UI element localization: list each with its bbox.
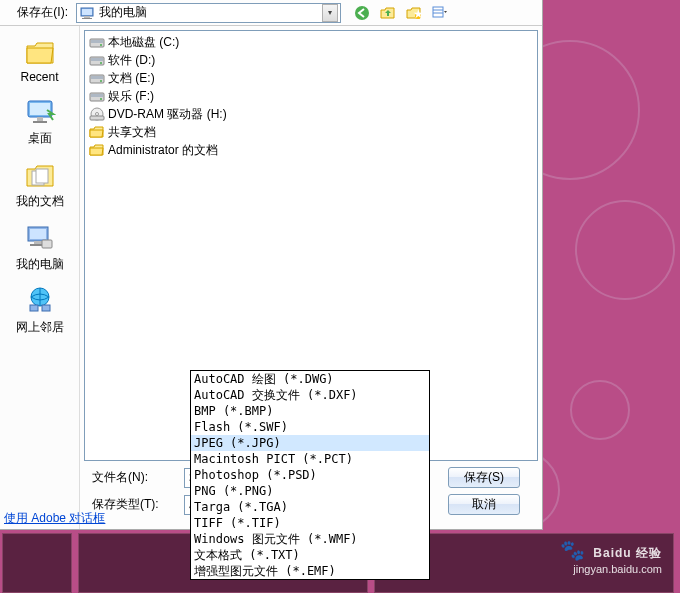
dropdown-option[interactable]: Macintosh PICT (*.PCT) bbox=[191, 451, 429, 467]
svg-rect-18 bbox=[34, 241, 42, 244]
dropdown-option[interactable]: JPEG (*.JPG) bbox=[191, 435, 429, 451]
svg-rect-25 bbox=[91, 40, 103, 43]
list-item[interactable]: 本地磁盘 (C:) bbox=[87, 33, 535, 51]
save-in-label: 保存在(I): bbox=[4, 4, 72, 21]
svg-rect-3 bbox=[82, 18, 92, 19]
dropdown-option[interactable]: TIFF (*.TIF) bbox=[191, 515, 429, 531]
save-in-value: 我的电脑 bbox=[99, 4, 322, 21]
svg-rect-28 bbox=[91, 58, 103, 61]
list-item-label: 共享文档 bbox=[108, 124, 156, 141]
new-folder-button[interactable]: ★ bbox=[403, 3, 425, 23]
svg-point-29 bbox=[100, 62, 102, 64]
dropdown-option[interactable]: AutoCAD 绘图 (*.DWG) bbox=[191, 371, 429, 387]
toolbar-icons: ★ bbox=[351, 3, 451, 23]
dropdown-option[interactable]: BMP (*.BMP) bbox=[191, 403, 429, 419]
svg-text:★: ★ bbox=[413, 7, 423, 21]
svg-point-4 bbox=[355, 6, 369, 20]
dropdown-option[interactable]: 增强型图元文件 (*.EMF) bbox=[191, 563, 429, 579]
list-item[interactable]: 软件 (D:) bbox=[87, 51, 535, 69]
back-button[interactable] bbox=[351, 3, 373, 23]
svg-point-32 bbox=[100, 80, 102, 82]
cancel-button[interactable]: 取消 bbox=[448, 494, 520, 515]
list-item[interactable]: 娱乐 (F:) bbox=[87, 87, 535, 105]
sidebar-item-recent[interactable]: Recent bbox=[0, 30, 79, 90]
new-folder-icon: ★ bbox=[406, 5, 422, 21]
list-item-label: 软件 (D:) bbox=[108, 52, 155, 69]
dropdown-option[interactable]: PNG (*.PNG) bbox=[191, 483, 429, 499]
top-row: 保存在(I): 我的电脑 ▾ ★ bbox=[0, 0, 542, 26]
list-item-label: DVD-RAM 驱动器 (H:) bbox=[108, 106, 227, 123]
desktop-icon bbox=[24, 96, 56, 128]
view-menu-button[interactable] bbox=[429, 3, 451, 23]
svg-rect-1 bbox=[82, 9, 92, 15]
places-sidebar: Recent 桌面 我的文档 我的电脑 网上邻居 bbox=[0, 26, 80, 529]
adobe-link-row: 使用 Adobe 对话框 bbox=[4, 510, 105, 527]
svg-point-35 bbox=[100, 98, 102, 100]
computer-icon bbox=[24, 222, 56, 254]
sidebar-item-desktop[interactable]: 桌面 bbox=[0, 90, 79, 153]
svg-rect-34 bbox=[91, 94, 103, 97]
recent-folder-icon bbox=[24, 36, 56, 68]
list-item[interactable]: Administrator 的文档 bbox=[87, 141, 535, 159]
paw-icon: 🐾 bbox=[560, 539, 586, 561]
list-item-label: 娱乐 (F:) bbox=[108, 88, 154, 105]
up-folder-icon bbox=[380, 5, 396, 21]
view-icon bbox=[432, 5, 448, 21]
svg-rect-23 bbox=[42, 305, 50, 311]
svg-rect-13 bbox=[33, 121, 47, 123]
chevron-down-icon: ▾ bbox=[322, 4, 338, 22]
list-item[interactable]: 文档 (E:) bbox=[87, 69, 535, 87]
list-item[interactable]: 共享文档 bbox=[87, 123, 535, 141]
save-button[interactable]: 保存(S) bbox=[448, 467, 520, 488]
svg-rect-7 bbox=[433, 7, 443, 17]
dropdown-option[interactable]: Photoshop (*.PSD) bbox=[191, 467, 429, 483]
svg-rect-20 bbox=[42, 240, 52, 248]
dropdown-option[interactable]: AutoCAD 交换文件 (*.DXF) bbox=[191, 387, 429, 403]
watermark: 🐾 Baidu 经验 jingyan.baidu.com bbox=[560, 535, 662, 575]
list-item-label: 本地磁盘 (C:) bbox=[108, 34, 179, 51]
filename-label: 文件名(N): bbox=[88, 469, 178, 486]
svg-rect-15 bbox=[36, 169, 48, 183]
list-item-label: Administrator 的文档 bbox=[108, 142, 218, 159]
watermark-main: 🐾 Baidu 经验 bbox=[560, 535, 662, 563]
svg-point-26 bbox=[100, 44, 102, 46]
computer-icon bbox=[79, 5, 95, 21]
svg-rect-38 bbox=[90, 116, 104, 120]
dropdown-option[interactable]: Windows 图元文件 (*.WMF) bbox=[191, 531, 429, 547]
svg-rect-11 bbox=[30, 103, 50, 115]
sidebar-item-documents[interactable]: 我的文档 bbox=[0, 153, 79, 216]
list-item-label: 文档 (E:) bbox=[108, 70, 155, 87]
sidebar-item-computer[interactable]: 我的电脑 bbox=[0, 216, 79, 279]
sidebar-item-network[interactable]: 网上邻居 bbox=[0, 279, 79, 342]
svg-rect-22 bbox=[30, 305, 38, 311]
svg-rect-12 bbox=[37, 117, 43, 121]
svg-rect-31 bbox=[91, 76, 103, 79]
adobe-dialog-link[interactable]: 使用 Adobe 对话框 bbox=[4, 511, 105, 525]
documents-icon bbox=[24, 159, 56, 191]
up-button[interactable] bbox=[377, 3, 399, 23]
save-in-dropdown[interactable]: 我的电脑 ▾ bbox=[76, 3, 341, 23]
list-item[interactable]: DVD-RAM 驱动器 (H:) bbox=[87, 105, 535, 123]
svg-rect-2 bbox=[84, 16, 90, 18]
dropdown-option[interactable]: Targa (*.TGA) bbox=[191, 499, 429, 515]
svg-point-37 bbox=[96, 113, 99, 116]
type-dropdown-list[interactable]: AutoCAD 绘图 (*.DWG)AutoCAD 交换文件 (*.DXF)BM… bbox=[190, 370, 430, 580]
back-arrow-icon bbox=[354, 5, 370, 21]
network-icon bbox=[24, 285, 56, 317]
svg-rect-17 bbox=[30, 229, 46, 239]
dropdown-option[interactable]: 文本格式 (*.TXT) bbox=[191, 547, 429, 563]
dropdown-option[interactable]: Flash (*.SWF) bbox=[191, 419, 429, 435]
